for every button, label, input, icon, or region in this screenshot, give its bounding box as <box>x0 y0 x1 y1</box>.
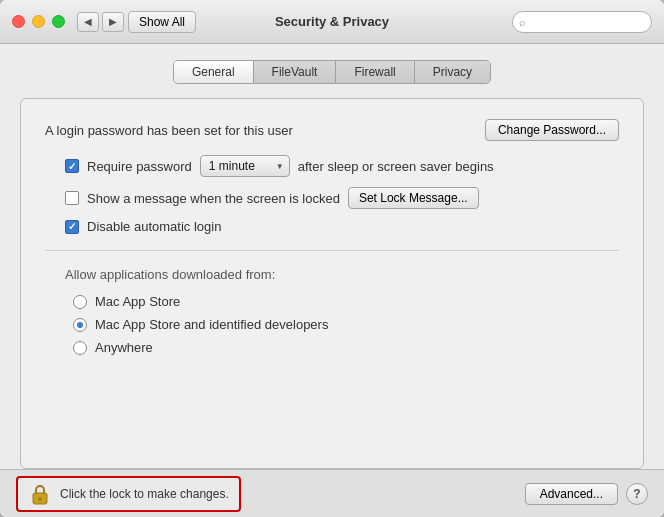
search-icon: ⌕ <box>519 16 526 28</box>
show-message-checkbox[interactable] <box>65 191 79 205</box>
divider <box>45 250 619 251</box>
radio-row-mac-app-store-identified: Mac App Store and identified developers <box>73 317 619 332</box>
radio-mac-app-store[interactable] <box>73 295 87 309</box>
radio-mac-app-store-identified[interactable] <box>73 318 87 332</box>
tab-general[interactable]: General <box>174 61 254 83</box>
svg-rect-1 <box>39 497 42 501</box>
show-all-button[interactable]: Show All <box>128 11 196 33</box>
nav-buttons: ◀ ▶ <box>77 12 124 32</box>
radio-group: Mac App Store Mac App Store and identifi… <box>65 294 619 355</box>
downloads-label: Allow applications downloaded from: <box>65 267 619 282</box>
require-password-checkbox[interactable] <box>65 159 79 173</box>
back-button[interactable]: ◀ <box>77 12 99 32</box>
dropdown-arrow-icon: ▼ <box>276 162 284 171</box>
disable-autologin-row: Disable automatic login <box>65 219 619 234</box>
forward-button[interactable]: ▶ <box>102 12 124 32</box>
login-row: A login password has been set for this u… <box>45 119 619 141</box>
help-button[interactable]: ? <box>626 483 648 505</box>
show-message-row: Show a message when the screen is locked… <box>65 187 619 209</box>
disable-autologin-label: Disable automatic login <box>87 219 221 234</box>
tab-privacy[interactable]: Privacy <box>415 61 490 83</box>
content-panel: A login password has been set for this u… <box>20 98 644 469</box>
options-section: Require password 1 minute ▼ after sleep … <box>45 155 619 234</box>
lock-icon <box>28 482 52 506</box>
radio-row-anywhere: Anywhere <box>73 340 619 355</box>
search-box: ⌕ <box>512 11 652 33</box>
radio-label-anywhere: Anywhere <box>95 340 153 355</box>
bottom-right: Advanced... ? <box>525 483 648 505</box>
advanced-button[interactable]: Advanced... <box>525 483 618 505</box>
radio-anywhere[interactable] <box>73 341 87 355</box>
titlebar: ◀ ▶ Show All Security & Privacy ⌕ <box>0 0 664 44</box>
disable-autologin-checkbox[interactable] <box>65 220 79 234</box>
maximize-button[interactable] <box>52 15 65 28</box>
login-password-text: A login password has been set for this u… <box>45 123 293 138</box>
bottom-bar: Click the lock to make changes. Advanced… <box>0 469 664 517</box>
tabs-container: General FileVault Firewall Privacy <box>20 60 644 84</box>
change-password-button[interactable]: Change Password... <box>485 119 619 141</box>
radio-row-mac-app-store: Mac App Store <box>73 294 619 309</box>
tab-filevault[interactable]: FileVault <box>254 61 337 83</box>
set-lock-message-button[interactable]: Set Lock Message... <box>348 187 479 209</box>
radio-label-mac-app-store: Mac App Store <box>95 294 180 309</box>
require-password-row: Require password 1 minute ▼ after sleep … <box>65 155 619 177</box>
lock-text: Click the lock to make changes. <box>60 487 229 501</box>
require-password-suffix: after sleep or screen saver begins <box>298 159 494 174</box>
window-title: Security & Privacy <box>275 14 389 29</box>
traffic-lights <box>12 15 65 28</box>
close-button[interactable] <box>12 15 25 28</box>
window: ◀ ▶ Show All Security & Privacy ⌕ Genera… <box>0 0 664 517</box>
minimize-button[interactable] <box>32 15 45 28</box>
search-input[interactable] <box>512 11 652 33</box>
lock-section[interactable]: Click the lock to make changes. <box>16 476 241 512</box>
tab-firewall[interactable]: Firewall <box>336 61 414 83</box>
show-message-label: Show a message when the screen is locked <box>87 191 340 206</box>
main-content: General FileVault Firewall Privacy A log… <box>0 44 664 469</box>
require-password-label: Require password <box>87 159 192 174</box>
radio-label-mac-app-store-identified: Mac App Store and identified developers <box>95 317 328 332</box>
tab-group: General FileVault Firewall Privacy <box>173 60 491 84</box>
require-password-dropdown[interactable]: 1 minute ▼ <box>200 155 290 177</box>
downloads-section: Allow applications downloaded from: Mac … <box>45 267 619 355</box>
